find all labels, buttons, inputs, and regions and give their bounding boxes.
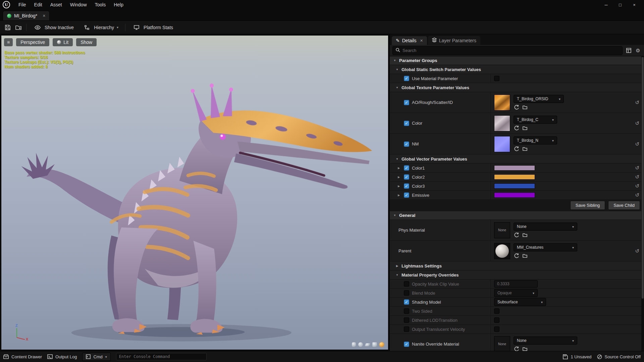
color-swatch[interactable] xyxy=(494,183,535,189)
browse-to-asset-icon[interactable] xyxy=(522,104,528,110)
content-drawer-button[interactable]: Content Drawer xyxy=(3,354,42,359)
checkbox[interactable]: ✓ xyxy=(404,299,409,305)
phys-material-select[interactable]: None ▾ xyxy=(514,223,577,231)
checkbox[interactable]: ✓ xyxy=(404,317,409,323)
console-command-input[interactable] xyxy=(116,353,207,360)
use-selected-asset-icon[interactable] xyxy=(514,346,519,351)
checkbox[interactable]: ✓ xyxy=(404,192,409,198)
texture-thumbnail[interactable] xyxy=(494,136,510,152)
preview-shape-sphere-icon[interactable] xyxy=(358,342,363,347)
scrollbar-thumb[interactable] xyxy=(642,57,644,299)
reset-to-default-icon[interactable]: ↺ xyxy=(635,120,641,126)
checkbox[interactable]: ✓ xyxy=(404,281,409,287)
save-child-button[interactable]: Save Child xyxy=(608,201,640,210)
expander-icon[interactable]: ▶ xyxy=(398,167,401,170)
browse-to-asset-button[interactable] xyxy=(14,23,23,32)
checkbox[interactable]: ✓ xyxy=(404,141,409,147)
output-log-button[interactable]: Output Log xyxy=(47,354,77,359)
texture-thumbnail[interactable] xyxy=(494,115,510,131)
value-checkbox[interactable]: ✓ xyxy=(494,326,499,332)
source-control-button[interactable]: Source Control Off xyxy=(597,354,641,359)
color-swatch[interactable] xyxy=(494,174,535,180)
cmd-dropdown[interactable]: Cmd ▾ xyxy=(82,353,110,361)
close-button[interactable]: × xyxy=(627,0,641,9)
reset-to-default-icon[interactable]: ↺ xyxy=(635,165,641,171)
reset-to-default-icon[interactable]: ↺ xyxy=(635,174,641,180)
blend-mode-select[interactable]: Opaque ▾ xyxy=(494,289,538,297)
preview-shape-plane-icon[interactable] xyxy=(365,343,371,346)
checkbox[interactable]: ✓ xyxy=(404,76,409,81)
texture-asset-select[interactable]: T_Birdog_N ▾ xyxy=(514,136,557,144)
reset-to-default-icon[interactable]: ↺ xyxy=(635,141,641,147)
expander-icon[interactable]: ▶ xyxy=(398,194,401,197)
use-selected-asset-icon[interactable] xyxy=(514,104,519,110)
asset-tab-mi-birdog[interactable]: MI_Birdog* × xyxy=(3,11,50,20)
expander-icon[interactable]: ▶ xyxy=(398,185,401,188)
hierarchy-button[interactable]: Hierarchy ▾ xyxy=(79,21,122,34)
value-checkbox[interactable]: ✓ xyxy=(494,317,499,323)
minimize-button[interactable]: ─ xyxy=(599,0,613,9)
texture-asset-select[interactable]: T_Birdog_C ▾ xyxy=(514,116,557,124)
checkbox[interactable]: ✓ xyxy=(404,326,409,332)
reset-to-default-icon[interactable]: ↺ xyxy=(635,248,641,254)
preview-shape-cube-icon[interactable] xyxy=(372,342,377,347)
nanite-override-select[interactable]: None ▾ xyxy=(514,337,577,345)
viewport-menu-button[interactable]: ≡ xyxy=(4,38,13,46)
texture-thumbnail[interactable] xyxy=(494,95,510,111)
browse-to-asset-icon[interactable] xyxy=(522,232,528,238)
expander-icon[interactable]: ▶ xyxy=(398,176,401,179)
value-checkbox[interactable]: ✓ xyxy=(494,308,499,314)
show-button[interactable]: Show xyxy=(76,38,97,46)
menu-asset[interactable]: Asset xyxy=(47,1,66,8)
checkbox[interactable]: ✓ xyxy=(404,121,409,126)
checkbox[interactable]: ✓ xyxy=(404,165,409,171)
asset-thumbnail-none[interactable]: None xyxy=(494,336,510,351)
checkbox[interactable]: ✓ xyxy=(404,174,409,180)
checkbox[interactable]: ✓ xyxy=(404,308,409,314)
perspective-button[interactable]: Perspective xyxy=(16,38,49,46)
header-global-static-switch[interactable]: ▼ Global Static Switch Parameter Values xyxy=(390,65,644,74)
shading-model-select[interactable]: Subsurface ▾ xyxy=(494,298,546,306)
save-button[interactable] xyxy=(3,23,12,32)
browse-to-asset-icon[interactable] xyxy=(522,146,528,152)
checkbox[interactable]: ✓ xyxy=(404,342,409,347)
parent-material-select[interactable]: MM_Creatures ▾ xyxy=(514,243,577,251)
lit-button[interactable]: Lit xyxy=(53,38,73,46)
color-swatch[interactable] xyxy=(494,192,535,198)
maximize-button[interactable]: □ xyxy=(613,0,627,9)
browse-to-asset-icon[interactable] xyxy=(522,253,528,258)
close-icon[interactable]: × xyxy=(43,13,45,18)
save-sibling-button[interactable]: Save Sibling xyxy=(570,201,605,210)
header-global-vector[interactable]: ▼ Global Vector Parameter Values xyxy=(390,155,644,164)
show-inactive-button[interactable]: Show Inactive xyxy=(30,21,77,34)
menu-tools[interactable]: Tools xyxy=(91,1,110,8)
opacity-mask-clip-input[interactable]: 0.3333 xyxy=(494,280,538,288)
browse-to-asset-icon[interactable] xyxy=(522,346,528,351)
header-parameter-groups[interactable]: ▼ Parameter Groups xyxy=(390,56,644,65)
parent-material-thumbnail[interactable] xyxy=(494,243,510,259)
value-checkbox[interactable]: ✓ xyxy=(494,76,499,81)
browse-to-asset-icon[interactable] xyxy=(522,125,528,131)
checkbox[interactable]: ✓ xyxy=(404,290,409,296)
header-general[interactable]: ▼ General xyxy=(390,211,644,220)
reset-to-default-icon[interactable]: ↺ xyxy=(635,192,641,198)
settings-gear-icon[interactable]: ⚙ xyxy=(635,48,641,54)
reset-to-default-icon[interactable]: ↺ xyxy=(635,100,641,106)
menu-help[interactable]: Help xyxy=(110,1,127,8)
preview-shape-cylinder-icon[interactable] xyxy=(352,342,356,347)
checkbox[interactable]: ✓ xyxy=(404,100,409,105)
header-lightmass-settings[interactable]: ▶ Lightmass Settings xyxy=(390,261,644,270)
checkbox[interactable]: ✓ xyxy=(404,183,409,189)
use-selected-asset-icon[interactable] xyxy=(514,232,519,238)
menu-edit[interactable]: Edit xyxy=(31,1,46,8)
display-filter-icon[interactable] xyxy=(625,48,632,53)
platform-stats-button[interactable]: Platform Stats xyxy=(129,21,176,34)
use-selected-asset-icon[interactable] xyxy=(514,146,519,152)
color-swatch[interactable] xyxy=(494,165,535,171)
menu-window[interactable]: Window xyxy=(66,1,91,8)
header-global-texture[interactable]: ▼ Global Texture Parameter Values xyxy=(390,83,644,92)
tab-layer-parameters[interactable]: Layer Parameters xyxy=(428,36,480,45)
tab-details[interactable]: ✎ Details × xyxy=(392,36,427,45)
preview-viewport[interactable]: ≡ Perspective Lit Show Base pass vertex … xyxy=(1,35,388,350)
texture-asset-select[interactable]: T_Birdog_ORSID ▾ xyxy=(514,95,564,103)
